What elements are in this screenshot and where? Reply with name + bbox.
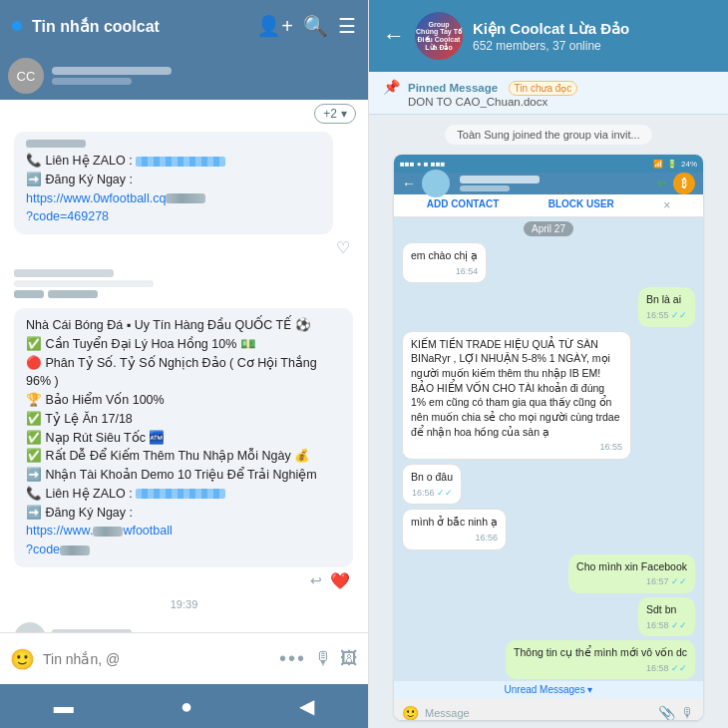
heart-icon[interactable]: ♡ bbox=[336, 238, 350, 257]
screenshot-card: ■■■ ● ■ ■■■ 📶🔋24% ← 5+ ₿ ADD CONTACT bbox=[394, 155, 703, 720]
sc-mic-icon[interactable]: 🎙 bbox=[681, 705, 695, 720]
group-avatar: GroupChúng Tay TốĐiếu CoolcatLừa Đảo bbox=[415, 12, 463, 60]
nav-back-icon[interactable]: ◀ bbox=[299, 694, 314, 718]
back-button[interactable]: ← bbox=[383, 23, 405, 49]
nav-circle-icon[interactable]: ● bbox=[181, 695, 192, 718]
sc-emoji-icon[interactable]: 🙂 bbox=[402, 705, 419, 720]
sc-status-left: ■■■ ● ■ ■■■ bbox=[400, 160, 445, 169]
message-actions: ♡ bbox=[14, 236, 354, 261]
list-item: 📞 Liên Hệ ZALO : ➡️ Đăng Ký Ngay : https… bbox=[0, 126, 368, 265]
search-icon[interactable]: 🔍 bbox=[303, 14, 328, 38]
avatar[interactable]: CC bbox=[8, 58, 44, 94]
heart-filled-icon[interactable]: ❤️ bbox=[330, 571, 350, 590]
list-item: Nhà Cái Bóng Đá ▪️ Uy Tín Hàng Đầu QUỐC … bbox=[0, 302, 368, 616]
message-input[interactable] bbox=[43, 651, 271, 667]
pin-icon: 📌 bbox=[383, 79, 400, 95]
sc-message-input[interactable]: Message bbox=[425, 707, 652, 719]
sc-message-row: KIẾM TIỀN TRADE HIỆU QUẢ TỪ SÀN BINaRyr … bbox=[394, 329, 703, 462]
mic-icon[interactable]: 🎙 bbox=[314, 648, 332, 669]
sc-bubble-sent: Cho mình xin Facebook 16:57 ✓✓ bbox=[568, 554, 695, 593]
system-message: Toàn Sung joined the group via invit... bbox=[445, 125, 651, 145]
sc-action-bar: ADD CONTACT BLOCK USER × bbox=[394, 194, 703, 217]
message-bubble: Nhà Cái Bóng Đá ▪️ Uy Tín Hàng Đầu QUỐC … bbox=[14, 308, 353, 567]
sc-contact-avatar bbox=[422, 170, 450, 197]
sc-bubble-received: em chào chị ạ 16:54 bbox=[402, 242, 487, 283]
chat-area: Toàn Sung joined the group via invit... … bbox=[369, 115, 728, 728]
group-header: ← GroupChúng Tay TốĐiếu CoolcatLừa Đảo K… bbox=[369, 0, 728, 72]
block-user-button[interactable]: BLOCK USER bbox=[548, 198, 614, 212]
sc-bubble-sent: Thông tin cụ thể mình mới vô vốn dc 16:5… bbox=[506, 640, 695, 679]
add-person-icon[interactable]: 👤+ bbox=[256, 14, 293, 38]
avatar-initials: CC bbox=[17, 69, 36, 84]
sc-back-button[interactable]: ← bbox=[402, 176, 416, 191]
sc-bubble-sent: Sdt bn 16:58 ✓✓ bbox=[638, 597, 695, 636]
nav-home-icon[interactable]: ▬ bbox=[54, 695, 74, 718]
sc-bitcoin-icon: ₿ bbox=[673, 173, 695, 194]
pinned-document: DON TO CAO_Chuan.docx bbox=[408, 96, 714, 108]
list-item bbox=[0, 265, 368, 302]
close-button[interactable]: × bbox=[663, 198, 670, 212]
sc-bubble-received: mình ở bắc ninh ạ 16:56 bbox=[402, 509, 507, 549]
sc-online-badge: 5+ bbox=[657, 179, 667, 188]
message-bubble: 📞 Liên Hệ ZALO : ➡️ Đăng Ký Ngay : https… bbox=[14, 132, 333, 234]
sc-status-right: 📶🔋24% bbox=[653, 160, 697, 169]
sc-bubble-received: KIẾM TIỀN TRADE HIỆU QUẢ TỪ SÀN BINaRyr … bbox=[402, 331, 631, 460]
unread-badge: Tin chưa đọc bbox=[509, 81, 578, 96]
sc-message-row: Bn là ai 16:55 ✓✓ bbox=[394, 285, 703, 328]
sc-message-row: mình ở bắc ninh ạ 16:56 bbox=[394, 507, 703, 551]
sc-message-row: Sdt bn 16:58 ✓✓ bbox=[394, 595, 703, 638]
reply-icon[interactable]: ↩ bbox=[310, 572, 322, 588]
sc-top-bar: ← 5+ ₿ bbox=[394, 173, 703, 194]
status-dot bbox=[12, 21, 22, 31]
sc-bubble-received: Bn o đâu 16:56 ✓✓ bbox=[402, 464, 462, 505]
sc-bubble-sent: Bn là ai 16:55 ✓✓ bbox=[638, 287, 695, 326]
pinned-message-bar[interactable]: 📌 Pinned Message Tin chưa đọc DON TO CAO… bbox=[369, 72, 728, 115]
group-name: Kiện Coolcat Lừa Đảo bbox=[473, 19, 714, 39]
sc-input-bar: 🙂 Message 📎 🎙 bbox=[394, 698, 703, 720]
sc-date-badge: April 27 bbox=[524, 221, 573, 236]
image-icon[interactable]: 🖼 bbox=[340, 648, 358, 669]
sc-message-row: em chào chị ạ 16:54 bbox=[394, 240, 703, 285]
pinned-label: Pinned Message bbox=[408, 82, 498, 94]
sc-attachment-icon[interactable]: 📎 bbox=[658, 705, 675, 720]
add-contact-button[interactable]: ADD CONTACT bbox=[427, 198, 500, 212]
group-info: Kiện Coolcat Lừa Đảo 652 members, 37 onl… bbox=[473, 19, 714, 53]
plus-badge[interactable]: +2 ▾ bbox=[314, 104, 356, 124]
nav-bottom: ▬ ● ◀ bbox=[0, 684, 368, 728]
chevron-down-icon: ▾ bbox=[341, 107, 347, 121]
message-time: 19:39 bbox=[14, 594, 354, 612]
pinned-content: Pinned Message Tin chưa đọc DON TO CAO_C… bbox=[408, 78, 714, 108]
emoji-icon[interactable]: 🙂 bbox=[10, 647, 35, 671]
sc-message-row: Cho mình xin Facebook 16:57 ✓✓ bbox=[394, 552, 703, 595]
group-members: 652 members, 37 online bbox=[473, 39, 714, 53]
left-header: Tin nhắn coolcat 👤+ 🔍 ☰ bbox=[0, 0, 368, 52]
sc-chat-bg: April 27 em chào chị ạ 16:54 Bn là ai 16… bbox=[394, 217, 703, 698]
message-list: +2 ▾ 📞 Liên Hệ ZALO : ➡️ Đăng Ký Ngay : … bbox=[0, 100, 368, 632]
plus-badge-row: +2 ▾ bbox=[0, 100, 368, 126]
left-panel: Tin nhắn coolcat 👤+ 🔍 ☰ CC +2 ▾ 📞 Liên H… bbox=[0, 0, 369, 728]
input-bar: 🙂 ••• 🎙 🖼 bbox=[0, 632, 368, 684]
unread-messages-bar[interactable]: Unread Messages ▾ bbox=[394, 681, 703, 698]
right-panel: ← GroupChúng Tay TốĐiếu CoolcatLừa Đảo K… bbox=[369, 0, 728, 728]
left-header-title: Tin nhắn coolcat bbox=[32, 17, 246, 36]
more-options-icon[interactable]: ••• bbox=[279, 647, 306, 670]
sc-message-row: Bn o đâu 16:56 ✓✓ bbox=[394, 462, 703, 507]
avatar-bar: CC bbox=[0, 52, 368, 100]
sc-message-row: Thông tin cụ thể mình mới vô vốn dc 16:5… bbox=[394, 638, 703, 681]
list-item bbox=[0, 618, 368, 632]
message-actions: ↩ ❤️ bbox=[14, 569, 354, 594]
menu-icon[interactable]: ☰ bbox=[338, 14, 356, 38]
